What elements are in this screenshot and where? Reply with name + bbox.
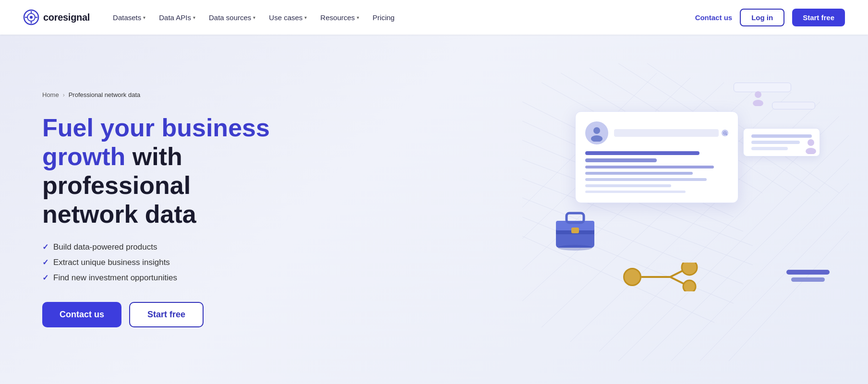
side-card-line-3 [751, 147, 788, 150]
chevron-down-icon: ▾ [253, 15, 255, 20]
chevron-down-icon: ▾ [304, 15, 307, 20]
svg-point-2 [30, 16, 33, 19]
chevron-down-icon: ▾ [357, 15, 359, 20]
hero-section: Home › Professional network data Fuel yo… [0, 35, 868, 384]
check-icon-1: ✓ [42, 242, 48, 252]
side-card-line-1 [751, 134, 812, 138]
nav-item-use-cases[interactable]: Use cases ▾ [263, 10, 313, 25]
deco-line-1 [791, 277, 825, 282]
profile-line-7 [585, 191, 686, 193]
breadcrumb-home[interactable]: Home [42, 91, 59, 98]
profile-line-1 [585, 151, 699, 155]
hero-title: Fuel your businessgrowth with profession… [42, 114, 336, 228]
profile-line-6 [585, 184, 671, 187]
person-silhouette-icon-2 [804, 138, 818, 154]
header-right: Contact us Log in Start free [695, 9, 845, 26]
share-nodes [623, 263, 704, 291]
share-node-left [623, 268, 641, 286]
nav-item-pricing[interactable]: Pricing [367, 10, 400, 25]
breadcrumb: Home › Professional network data [42, 91, 336, 98]
svg-point-45 [558, 245, 592, 251]
main-nav: Datasets ▾ Data APIs ▾ Data sources ▾ Us… [107, 10, 400, 25]
logo[interactable]: coresignal [23, 9, 90, 25]
search-icon [722, 130, 728, 136]
header: coresignal Datasets ▾ Data APIs ▾ Data s… [0, 0, 868, 35]
svg-line-31 [729, 231, 849, 361]
profile-card-header [585, 121, 728, 144]
svg-point-36 [755, 91, 761, 98]
feature-item-1: ✓ Build data-powered products [42, 242, 336, 252]
hero-illustration [336, 35, 868, 384]
profile-line-4 [585, 172, 693, 175]
hero-buttons: Contact us Start free [42, 302, 336, 327]
chevron-down-icon: ▾ [193, 15, 195, 20]
login-button[interactable]: Log in [740, 9, 784, 26]
briefcase [551, 203, 604, 255]
hero-content: Home › Professional network data Fuel yo… [0, 35, 336, 384]
start-free-nav-button[interactable]: Start free [792, 9, 845, 26]
profile-line-5 [585, 178, 707, 181]
briefcase-icon [551, 203, 604, 255]
person-silhouette-2 [804, 138, 818, 156]
feature-label-3: Find new investment opportunities [53, 273, 177, 283]
chevron-down-icon: ▾ [143, 15, 145, 20]
check-icon-2: ✓ [42, 258, 48, 267]
person-silhouette-1 [751, 90, 765, 108]
hero-title-highlight-growth: growth [42, 143, 125, 170]
person-silhouette-icon-1 [751, 90, 765, 106]
svg-point-39 [806, 148, 816, 154]
profile-line-2 [585, 158, 657, 162]
breadcrumb-separator: › [63, 92, 65, 98]
nav-item-resources[interactable]: Resources ▾ [314, 10, 365, 25]
logo-icon [23, 9, 39, 25]
side-card-line-2 [751, 141, 800, 144]
header-left: coresignal Datasets ▾ Data APIs ▾ Data s… [23, 9, 400, 25]
profile-line-3 [585, 166, 714, 168]
svg-point-34 [723, 132, 726, 134]
feature-label-1: Build data-powered products [53, 242, 157, 252]
feature-item-2: ✓ Extract unique business insights [42, 258, 336, 267]
svg-point-50 [683, 280, 696, 291]
svg-line-35 [726, 134, 727, 135]
check-icon-3: ✓ [42, 273, 48, 282]
hero-features-list: ✓ Build data-powered products ✓ Extract … [42, 242, 336, 283]
svg-point-37 [753, 100, 763, 106]
nav-item-data-apis[interactable]: Data APIs ▾ [153, 10, 201, 25]
feature-item-3: ✓ Find new investment opportunities [42, 273, 336, 283]
nav-item-datasets[interactable]: Datasets ▾ [107, 10, 151, 25]
search-bar [614, 129, 719, 137]
profile-card [575, 111, 738, 203]
logo-text: coresignal [43, 12, 90, 23]
person-icon [588, 124, 605, 142]
contact-us-hero-button[interactable]: Contact us [42, 302, 121, 327]
start-free-hero-button[interactable]: Start free [129, 302, 204, 327]
svg-line-30 [700, 207, 849, 361]
iso-scene [522, 54, 849, 361]
svg-point-38 [808, 139, 814, 146]
svg-point-33 [591, 135, 603, 142]
svg-point-32 [593, 127, 600, 134]
floating-box-2 [772, 102, 815, 109]
search-icon-svg [723, 131, 727, 135]
breadcrumb-current: Professional network data [69, 91, 141, 98]
svg-rect-44 [571, 228, 579, 233]
feature-label-2: Extract unique business insights [53, 258, 170, 267]
search-bar-area [614, 129, 728, 137]
svg-point-49 [682, 263, 697, 275]
avatar [585, 121, 608, 144]
profile-card-lines [585, 151, 728, 193]
bottom-accent-line [786, 270, 830, 275]
share-network-svg [641, 263, 704, 291]
contact-us-nav-link[interactable]: Contact us [695, 13, 733, 22]
nav-item-data-sources[interactable]: Data sources ▾ [203, 10, 261, 25]
